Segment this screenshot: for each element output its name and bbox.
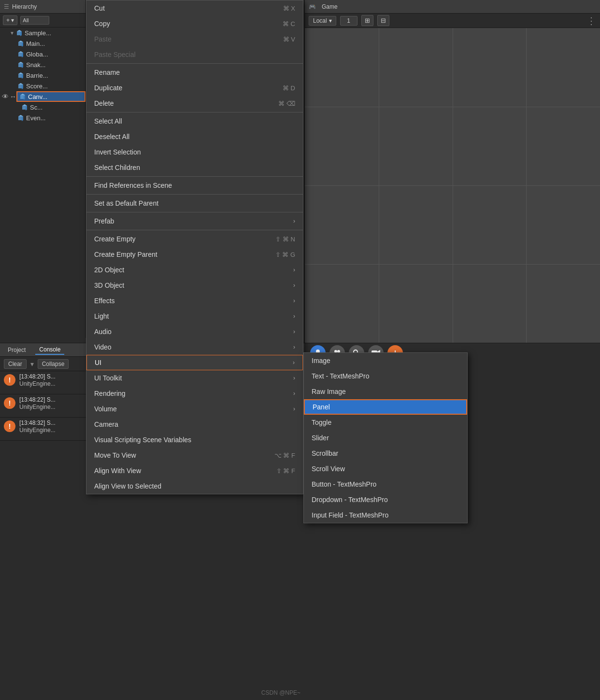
submenu-arrow-2d: › <box>293 266 295 273</box>
menu-3d-object-label: 3D Object <box>94 281 124 289</box>
submenu-dropdown-tmp-label: Dropdown - TextMeshPro <box>312 496 388 504</box>
tree-item-barrie[interactable]: Barrie... <box>0 70 86 81</box>
collapse-button[interactable]: Collapse <box>38 359 69 369</box>
menu-select-all[interactable]: Select All <box>86 113 303 129</box>
separator-6 <box>86 230 303 230</box>
menu-deselect-all-label: Deselect All <box>94 133 129 140</box>
submenu-text-tmp[interactable]: Text - TextMeshPro <box>304 368 467 384</box>
dropdown-icon: ▾ <box>30 360 34 368</box>
grid-button-2[interactable]: ⊟ <box>377 15 389 26</box>
entry-label-2: [13:48:22] S... <box>19 396 56 403</box>
game-toolbar: Local ▾ ⊞ ⊟ ⋮ <box>305 14 600 28</box>
grid-v2 <box>453 28 453 343</box>
lock-icon[interactable]: ↔ <box>9 93 16 100</box>
tree-item-main[interactable]: Main... <box>0 38 86 49</box>
separator-4 <box>86 194 303 195</box>
menu-video[interactable]: Video › <box>86 339 303 355</box>
submenu-image[interactable]: Image <box>304 353 467 368</box>
menu-2d-object-label: 2D Object <box>94 266 124 274</box>
tree-item-sample[interactable]: ▼ Sample... <box>0 28 86 38</box>
menu-duplicate[interactable]: Duplicate ⌘ D <box>86 80 303 96</box>
tree-item-sc[interactable]: Sc... <box>0 102 86 112</box>
tree-item-score[interactable]: Score... <box>0 81 86 91</box>
cube-icon <box>16 29 23 36</box>
menu-volume-label: Volume <box>94 405 117 413</box>
tree-item-snak[interactable]: Snak... <box>0 59 86 70</box>
hierarchy-panel: ☰ Hierarchy + ▾ ▼ Sample... Main... Glob… <box>0 0 86 338</box>
tab-console[interactable]: Console <box>35 345 64 355</box>
menu-volume[interactable]: Volume › <box>86 401 303 417</box>
grid-button-1[interactable]: ⊞ <box>361 15 373 26</box>
menu-light[interactable]: Light › <box>86 308 303 324</box>
menu-copy[interactable]: Copy ⌘ C <box>86 16 303 31</box>
menu-find-refs[interactable]: Find References in Scene <box>86 178 303 193</box>
menu-ui-toolkit[interactable]: UI Toolkit › <box>86 370 303 386</box>
tree-label: Barrie... <box>26 72 48 79</box>
submenu-scrollbar[interactable]: Scrollbar <box>304 446 467 461</box>
submenu-scroll-view-label: Scroll View <box>312 465 345 473</box>
game-title-bar: 🎮 Game <box>305 0 600 14</box>
tab-project[interactable]: Project <box>4 346 29 354</box>
local-dropdown[interactable]: Local ▾ <box>309 16 336 26</box>
menu-audio[interactable]: Audio › <box>86 324 303 339</box>
menu-prefab[interactable]: Prefab › <box>86 213 303 229</box>
clear-button[interactable]: Clear <box>4 359 27 369</box>
submenu-scroll-view[interactable]: Scroll View <box>304 461 467 476</box>
menu-cut[interactable]: Cut ⌘ X <box>86 0 303 16</box>
menu-3d-object[interactable]: 3D Object › <box>86 278 303 293</box>
submenu-slider[interactable]: Slider <box>304 430 467 446</box>
tree-item-canvas[interactable]: Canv... <box>16 91 86 102</box>
svg-marker-10 <box>18 62 23 63</box>
submenu-image-label: Image <box>312 357 330 364</box>
scale-input[interactable] <box>340 16 357 26</box>
game-viewport <box>305 28 600 343</box>
menu-align-view-selected[interactable]: Align View to Selected <box>86 478 303 494</box>
menu-visual-scripting[interactable]: Visual Scripting Scene Variables <box>86 432 303 448</box>
entry-source-2: UnityEngine... <box>19 403 56 411</box>
tree-label: Even... <box>26 114 45 122</box>
menu-invert-selection[interactable]: Invert Selection <box>86 144 303 160</box>
menu-move-to-view-label: Move To View <box>94 451 136 459</box>
tree-label: Snak... <box>26 61 45 69</box>
menu-paste-label: Paste <box>94 35 112 43</box>
submenu-toggle[interactable]: Toggle <box>304 415 467 430</box>
submenu-input-field-tmp[interactable]: Input Field - TextMeshPro <box>304 507 467 523</box>
menu-find-refs-label: Find References in Scene <box>94 182 172 189</box>
warning-icon-1: ! <box>4 374 15 386</box>
svg-marker-19 <box>20 94 25 95</box>
search-input[interactable] <box>20 16 49 25</box>
menu-select-children[interactable]: Select Children <box>86 160 303 175</box>
menu-delete[interactable]: Delete ⌘ ⌫ <box>86 96 303 111</box>
menu-2d-object[interactable]: 2D Object › <box>86 262 303 278</box>
menu-duplicate-label: Duplicate <box>94 84 122 92</box>
add-button[interactable]: + ▾ <box>3 15 17 25</box>
expand-icon[interactable]: ⋮ <box>586 15 596 27</box>
menu-camera[interactable]: Camera <box>86 417 303 432</box>
menu-move-to-view[interactable]: Move To View ⌥ ⌘ F <box>86 448 303 463</box>
menu-effects-label: Effects <box>94 297 115 305</box>
menu-rename[interactable]: Rename <box>86 65 303 80</box>
menu-ui[interactable]: UI › <box>86 355 303 370</box>
menu-create-empty[interactable]: Create Empty ⇧ ⌘ N <box>86 231 303 247</box>
visibility-icon[interactable]: 👁 <box>0 93 9 100</box>
submenu-button-tmp[interactable]: Button - TextMeshPro <box>304 476 467 492</box>
game-title: Game <box>322 3 338 10</box>
menu-paste[interactable]: Paste ⌘ V <box>86 31 303 47</box>
submenu-raw-image[interactable]: Raw Image <box>304 384 467 399</box>
menu-align-with-view[interactable]: Align With View ⇧ ⌘ F <box>86 463 303 478</box>
submenu-button-tmp-label: Button - TextMeshPro <box>312 480 376 488</box>
menu-duplicate-shortcut: ⌘ D <box>283 84 295 92</box>
menu-align-view-selected-label: Align View to Selected <box>94 482 161 490</box>
tree-item-even[interactable]: Even... <box>0 112 86 123</box>
menu-effects[interactable]: Effects › <box>86 293 303 308</box>
menu-deselect-all[interactable]: Deselect All <box>86 129 303 144</box>
menu-rendering[interactable]: Rendering › <box>86 386 303 401</box>
menu-default-parent[interactable]: Set as Default Parent <box>86 196 303 211</box>
menu-paste-special[interactable]: Paste Special <box>86 47 303 62</box>
tree-item-globa[interactable]: Globa... <box>0 49 86 59</box>
submenu-panel[interactable]: Panel <box>304 399 467 415</box>
submenu-dropdown-tmp[interactable]: Dropdown - TextMeshPro <box>304 492 467 507</box>
svg-marker-7 <box>18 51 23 53</box>
menu-create-empty-parent[interactable]: Create Empty Parent ⇧ ⌘ G <box>86 247 303 262</box>
grid-v3 <box>526 28 527 343</box>
